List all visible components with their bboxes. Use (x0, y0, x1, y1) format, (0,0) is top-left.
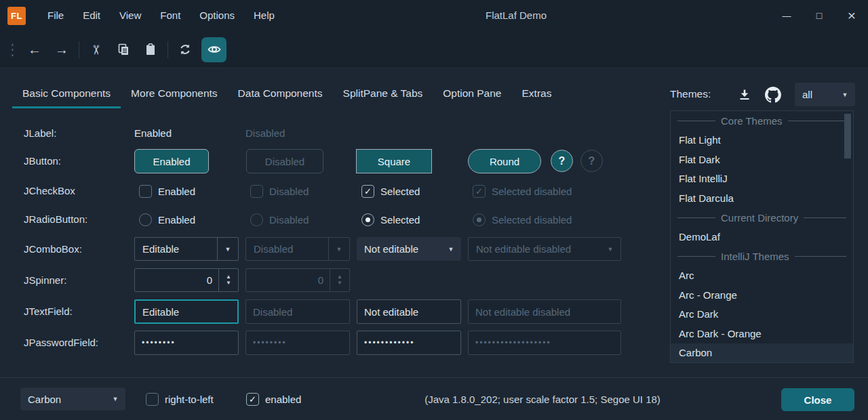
radio-label: Selected (380, 214, 420, 226)
close-button[interactable]: Close (781, 388, 854, 411)
bottom-bar: Carbon ▼ right-to-left ✓ enabled (Java 1… (0, 377, 868, 420)
theme-item-arc-orange[interactable]: Arc - Orange (671, 285, 853, 305)
menu-font[interactable]: Font (151, 0, 190, 31)
themes-separator-current-directory: Current Directory (671, 208, 853, 228)
checkbox-selected[interactable]: ✓ Selected (361, 179, 420, 203)
cut-button[interactable]: ✂ (83, 37, 110, 62)
toolbar-grip-handle[interactable]: ⋮ (7, 40, 18, 59)
tab-data-components[interactable]: Data Components (228, 80, 333, 108)
paste-icon (144, 43, 157, 56)
theme-item-carbon[interactable]: Carbon (671, 343, 853, 363)
checkbox-label: right-to-left (165, 394, 214, 405)
theme-item-arc-dark-orange[interactable]: Arc Dark - Orange (671, 324, 853, 343)
maximize-button[interactable]: □ (803, 0, 835, 31)
radio-enabled[interactable]: Enabled (139, 207, 195, 232)
themes-separator-core: Core Themes (671, 111, 853, 131)
checkbox-label: Selected (380, 186, 420, 197)
tab-more-components[interactable]: More Components (121, 80, 228, 108)
menu-file[interactable]: File (38, 0, 73, 31)
radio-icon (250, 213, 263, 226)
textfield-disabled: Disabled (245, 299, 350, 324)
jbutton-enabled[interactable]: Enabled (134, 149, 209, 173)
maximize-icon: □ (816, 10, 822, 21)
show-hidden-toggle-button[interactable] (201, 37, 226, 62)
radio-selected[interactable]: Selected (361, 207, 420, 232)
forward-button[interactable]: → (48, 37, 75, 62)
spinner-value: 0 (135, 274, 218, 286)
textfield-editable[interactable]: Editable (134, 299, 239, 324)
spinner-enabled[interactable]: 0 ▲▼ (134, 268, 239, 292)
spinner-arrows[interactable]: ▲▼ (218, 269, 238, 291)
row-jcheckbox: JCheckBox Enabled Disabled ✓ Selected ✓ … (0, 179, 654, 203)
radio-label: Enabled (158, 214, 195, 226)
row-jlabel: JLabel: Enabled Disabled (0, 121, 654, 146)
theme-item-flat-light[interactable]: Flat Light (671, 131, 853, 150)
menu-view[interactable]: View (110, 0, 151, 31)
eye-icon (207, 42, 222, 57)
jbutton-row-label: JButton: (24, 149, 61, 173)
copy-icon (117, 43, 130, 56)
menubar: File Edit View Font Options Help (38, 0, 284, 31)
theme-item-flat-dark[interactable]: Flat Dark (671, 150, 853, 169)
menu-options[interactable]: Options (190, 0, 244, 31)
right-to-left-checkbox[interactable]: right-to-left (146, 387, 214, 411)
github-button[interactable] (762, 84, 784, 106)
passwordfield-not-editable[interactable]: •••••••••••• (357, 331, 461, 355)
close-window-button[interactable]: × (835, 0, 868, 31)
combobox-editable[interactable]: Editable ▼ (134, 237, 239, 261)
copy-button[interactable] (110, 37, 137, 62)
theme-item-flat-intellij[interactable]: Flat IntelliJ (671, 169, 853, 189)
back-button[interactable]: ← (21, 37, 48, 62)
radio-selected-icon (361, 213, 374, 226)
menu-edit[interactable]: Edit (73, 0, 110, 31)
laf-combobox[interactable]: Carbon ▼ (20, 387, 125, 411)
jbutton-round[interactable]: Round (468, 149, 541, 173)
paste-button[interactable] (137, 37, 164, 62)
tab-splitpane-tabs[interactable]: SplitPane & Tabs (333, 80, 433, 108)
textfield-not-editable[interactable]: Not editable (357, 299, 461, 324)
jbutton-disabled: Disabled (246, 149, 323, 173)
titlebar: FL File Edit View Font Options Help Flat… (0, 0, 868, 31)
tab-extras[interactable]: Extras (512, 80, 562, 108)
combobox-not-editable[interactable]: Not editable ▼ (357, 237, 461, 261)
checkbox-enabled[interactable]: Enabled (139, 179, 195, 203)
theme-item-arc-dark[interactable]: Arc Dark (671, 304, 853, 324)
checkbox-label: Disabled (269, 186, 309, 197)
spinner-up-icon: ▲ (337, 274, 342, 280)
jcheckbox-row-label: JCheckBox (24, 179, 75, 203)
chevron-down-icon: ▼ (441, 237, 461, 261)
jradiobutton-row-label: JRadioButton: (24, 207, 87, 232)
spinner-value: 0 (246, 274, 330, 286)
enabled-checkbox[interactable]: ✓ enabled (246, 387, 301, 411)
chevron-down-icon: ▼ (105, 387, 125, 411)
jtextfield-row-label: JTextField: (24, 299, 73, 324)
radio-label: Disabled (269, 214, 309, 226)
jbutton-help-disabled: ? (580, 150, 603, 172)
window-controls: — □ × (770, 0, 868, 31)
chevron-down-icon: ▼ (217, 238, 238, 260)
theme-item-flat-darcula[interactable]: Flat Darcula (671, 188, 853, 208)
theme-item-arc[interactable]: Arc (671, 266, 853, 285)
themes-filter-value: all (795, 89, 835, 100)
themes-scrollbar-thumb[interactable] (844, 114, 851, 159)
row-jbutton: JButton: Enabled Disabled Square Round ?… (0, 149, 654, 173)
chevron-down-icon: ▼ (835, 83, 855, 106)
radio-selected-disabled: Selected disabled (473, 207, 572, 232)
row-jspinner: JSpinner: 0 ▲▼ 0 ▲▼ (0, 268, 654, 293)
radio-selected-icon (473, 213, 486, 226)
close-icon: × (848, 7, 856, 24)
themes-filter-combobox[interactable]: all ▼ (795, 83, 855, 106)
download-themes-button[interactable] (734, 84, 755, 106)
jbutton-square[interactable]: Square (356, 149, 432, 173)
github-icon (765, 87, 781, 103)
tab-option-pane[interactable]: Option Pane (433, 80, 511, 108)
theme-item-demolaf[interactable]: DemoLaf (671, 227, 853, 247)
row-jpasswordfield: JPasswordField: •••••••• •••••••• ••••••… (0, 331, 654, 355)
menu-help[interactable]: Help (244, 0, 284, 31)
jbutton-help[interactable]: ? (551, 150, 573, 172)
tab-basic-components[interactable]: Basic Components (12, 80, 121, 108)
refresh-button[interactable] (172, 37, 199, 62)
passwordfield-editable[interactable]: •••••••• (134, 331, 239, 355)
toolbar-separator (79, 41, 79, 58)
minimize-button[interactable]: — (770, 0, 803, 31)
